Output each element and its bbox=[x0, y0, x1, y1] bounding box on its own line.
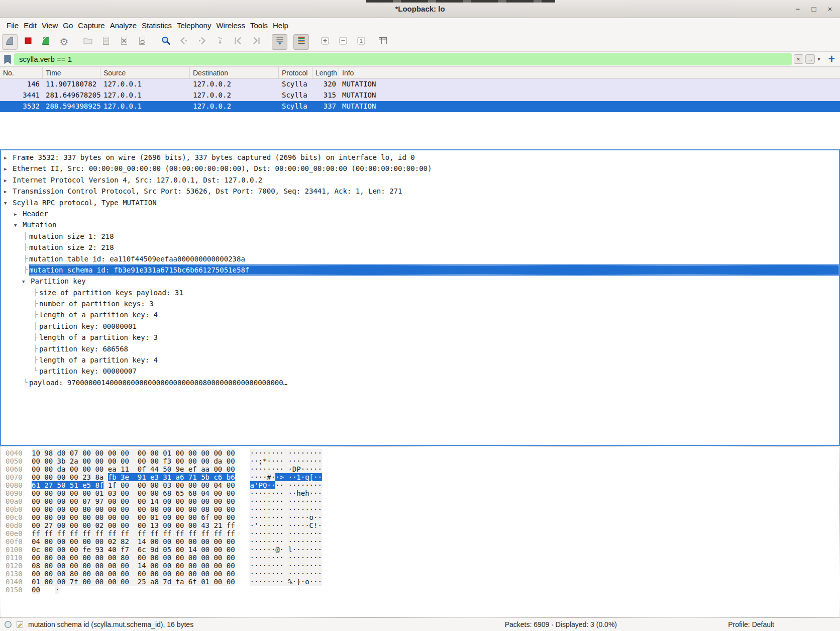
hex-row[interactable]: 00b000 00 00 00 80 00 00 00 00 00 00 00 … bbox=[1, 505, 839, 513]
detail-line[interactable]: ▼Partition key bbox=[1, 276, 839, 287]
maximize-button[interactable]: □ bbox=[810, 5, 818, 13]
detail-line[interactable]: ├size of partition keys payload: 31 bbox=[1, 287, 839, 298]
column-header-info[interactable]: Info bbox=[339, 67, 840, 78]
restart-capture-button[interactable] bbox=[38, 34, 54, 50]
detail-line[interactable]: ▼Scylla RPC protocol, Type MUTATION bbox=[1, 197, 839, 208]
hex-row[interactable]: 00a000 00 00 00 07 97 00 00 00 14 00 00 … bbox=[1, 497, 839, 505]
detail-line[interactable]: ├number of partition keys: 3 bbox=[1, 298, 839, 309]
hex-row[interactable]: 009000 00 00 00 00 01 03 00 00 00 68 65 … bbox=[1, 489, 839, 497]
go-forward-button[interactable] bbox=[194, 34, 209, 50]
detail-line[interactable]: ▶Frame 3532: 337 bytes on wire (2696 bit… bbox=[1, 152, 839, 163]
hex-row[interactable]: 008061 27 50 51 e5 8f 1f 00 00 00 03 00 … bbox=[1, 481, 839, 489]
column-header-destination[interactable]: Destination bbox=[190, 67, 279, 78]
colorize-button[interactable] bbox=[293, 34, 309, 50]
filter-dropdown-icon[interactable]: ▾ bbox=[817, 56, 821, 62]
menu-item-file[interactable]: File bbox=[4, 19, 21, 32]
detail-line[interactable]: ▶Internet Protocol Version 4, Src: 127.0… bbox=[1, 174, 839, 186]
detail-line[interactable]: ├mutation table id: ea110f44509eefaa0000… bbox=[1, 253, 839, 264]
bookmark-icon[interactable] bbox=[3, 54, 12, 64]
auto-scroll-button[interactable] bbox=[272, 34, 287, 50]
expander-down-icon[interactable]: ▼ bbox=[4, 198, 13, 209]
close-file-button[interactable] bbox=[116, 34, 132, 50]
hex-row[interactable]: 00e0ff ff ff ff ff ff ff ff ff ff ff ff … bbox=[1, 529, 839, 537]
reload-file-button[interactable] bbox=[134, 34, 150, 50]
detail-line[interactable]: └payload: 970000001400000000000000000000… bbox=[1, 377, 839, 388]
zoom-reset-button[interactable]: 1 bbox=[353, 34, 369, 50]
capture-comment-icon[interactable] bbox=[16, 620, 24, 628]
column-header-source[interactable]: Source bbox=[100, 67, 190, 78]
detail-line[interactable]: ├partition key: 00000001 bbox=[1, 321, 839, 332]
column-header-time[interactable]: Time bbox=[43, 67, 100, 78]
expander-down-icon[interactable]: ▼ bbox=[14, 220, 23, 231]
go-to-packet-button[interactable] bbox=[212, 34, 228, 50]
column-header-length[interactable]: Length bbox=[312, 67, 339, 78]
hex-row[interactable]: 005000 00 3b 2a 00 00 00 00 00 00 f3 00 … bbox=[1, 457, 839, 465]
hex-row[interactable]: 015000· bbox=[1, 586, 839, 594]
detail-line[interactable]: ├partition key: 686568 bbox=[1, 343, 839, 354]
hex-row[interactable]: 013000 00 00 80 00 00 00 00 00 00 00 00 … bbox=[1, 570, 839, 578]
detail-line[interactable]: └partition key: 00000007 bbox=[1, 366, 839, 377]
go-back-button[interactable] bbox=[176, 34, 191, 50]
hex-row[interactable]: 01000c 00 00 00 fe 93 40 f7 6c 9d 05 00 … bbox=[1, 546, 839, 554]
menu-item-help[interactable]: Help bbox=[270, 19, 291, 32]
start-capture-button[interactable] bbox=[2, 34, 18, 50]
filter-add-button[interactable]: + bbox=[828, 53, 835, 65]
detail-line[interactable]: ▼Mutation bbox=[1, 219, 839, 230]
expert-info-icon[interactable] bbox=[4, 620, 12, 628]
hex-row[interactable]: 00c000 00 00 00 00 00 00 00 00 01 00 00 … bbox=[1, 513, 839, 521]
detail-line[interactable]: ├mutation size 1: 218 bbox=[1, 231, 839, 242]
menu-item-wireless[interactable]: Wireless bbox=[214, 19, 248, 32]
detail-line[interactable]: ▶Transmission Control Protocol, Src Port… bbox=[1, 186, 839, 197]
save-file-button[interactable] bbox=[98, 34, 114, 50]
resize-columns-button[interactable] bbox=[375, 34, 390, 50]
display-filter-input[interactable] bbox=[14, 53, 792, 65]
filter-clear-icon[interactable]: × bbox=[794, 54, 803, 64]
minimize-button[interactable]: − bbox=[794, 5, 802, 13]
column-header-protocol[interactable]: Protocol bbox=[279, 67, 312, 78]
menu-item-go[interactable]: Go bbox=[60, 19, 75, 32]
close-button[interactable]: × bbox=[826, 5, 834, 13]
last-packet-button[interactable] bbox=[248, 34, 264, 50]
hex-row[interactable]: 011000 00 00 00 00 00 00 80 00 00 00 00 … bbox=[1, 554, 839, 562]
hex-row[interactable]: 006000 00 da 00 00 00 ea 11 0f 44 50 9e … bbox=[1, 465, 839, 473]
packet-row[interactable]: 3532288.594398925127.0.0.1127.0.0.2Scyll… bbox=[0, 101, 840, 112]
capture-options-button[interactable]: ⚙ bbox=[56, 34, 72, 50]
open-file-button[interactable] bbox=[80, 34, 95, 50]
find-packet-button[interactable] bbox=[158, 34, 173, 50]
zoom-out-button[interactable] bbox=[335, 34, 351, 50]
packet-row[interactable]: 14611.907180782127.0.0.1127.0.0.2Scylla3… bbox=[0, 79, 840, 90]
menu-item-telephony[interactable]: Telephony bbox=[174, 19, 214, 32]
detail-line[interactable]: ├length of a partition key: 4 bbox=[1, 354, 839, 366]
menu-item-analyze[interactable]: Analyze bbox=[108, 19, 139, 32]
expander-right-icon[interactable]: ▶ bbox=[4, 163, 13, 174]
profile-status[interactable]: Profile: Default bbox=[728, 620, 774, 628]
hex-row[interactable]: 014001 00 00 7f 00 00 00 00 25 a8 7d fa … bbox=[1, 578, 839, 586]
first-packet-button[interactable] bbox=[230, 34, 246, 50]
expander-right-icon[interactable]: ▶ bbox=[14, 209, 23, 220]
column-header-no[interactable]: No. bbox=[0, 67, 43, 78]
expander-right-icon[interactable]: ▶ bbox=[4, 152, 13, 163]
expander-right-icon[interactable]: ▶ bbox=[4, 186, 13, 197]
detail-line[interactable]: ▶Header bbox=[1, 208, 839, 219]
hex-row[interactable]: 012008 00 00 00 00 00 00 00 14 00 00 00 … bbox=[1, 562, 839, 570]
menu-item-statistics[interactable]: Statistics bbox=[139, 19, 174, 32]
detail-line[interactable]: ├mutation size 2: 218 bbox=[1, 242, 839, 253]
expander-down-icon[interactable]: ▼ bbox=[22, 276, 31, 287]
menu-item-tools[interactable]: Tools bbox=[248, 19, 270, 32]
menu-item-view[interactable]: View bbox=[39, 19, 60, 32]
menu-item-capture[interactable]: Capture bbox=[75, 19, 107, 32]
filter-apply-icon[interactable]: → bbox=[805, 54, 815, 64]
detail-line[interactable]: ▶Ethernet II, Src: 00:00:00_00:00:00 (00… bbox=[1, 163, 839, 174]
detail-line[interactable]: ├mutation schema id: fb3e91e331a6715bc6b… bbox=[1, 264, 839, 276]
hex-row[interactable]: 007000 00 00 00 23 8a fb 3e 91 e3 31 a6 … bbox=[1, 473, 839, 481]
detail-line[interactable]: ├length of a partition key: 4 bbox=[1, 309, 839, 320]
hex-row[interactable]: 00f004 00 00 00 00 00 02 82 14 00 00 00 … bbox=[1, 537, 839, 546]
expander-right-icon[interactable]: ▶ bbox=[4, 175, 13, 186]
menu-item-edit[interactable]: Edit bbox=[21, 19, 39, 32]
detail-line[interactable]: ├length of a partition key: 3 bbox=[1, 332, 839, 343]
packet-row[interactable]: 3441281.649678205127.0.0.1127.0.0.2Scyll… bbox=[0, 90, 840, 101]
hex-row[interactable]: 004010 98 d0 07 00 00 00 00 00 00 01 00 … bbox=[1, 449, 839, 457]
zoom-in-button[interactable] bbox=[317, 34, 333, 50]
hex-row[interactable]: 00d000 27 00 00 00 02 00 00 00 13 00 00 … bbox=[1, 521, 839, 529]
stop-capture-button[interactable] bbox=[20, 34, 36, 50]
